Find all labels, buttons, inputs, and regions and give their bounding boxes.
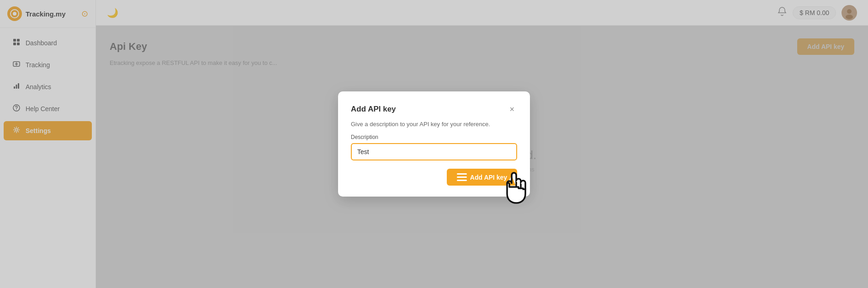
modal-submit-button[interactable]: Add API key bbox=[447, 169, 517, 186]
add-api-key-modal: Add API key × Give a description to your… bbox=[338, 91, 530, 197]
description-input[interactable] bbox=[351, 143, 517, 160]
description-label: Description bbox=[351, 134, 517, 140]
modal-header: Add API key × bbox=[351, 104, 517, 114]
modal-title: Add API key bbox=[351, 105, 396, 114]
loading-icon bbox=[457, 173, 467, 181]
modal-backdrop: Add API key × Give a description to your… bbox=[0, 0, 868, 288]
modal-close-button[interactable]: × bbox=[507, 104, 517, 114]
submit-area: Add API key bbox=[447, 169, 517, 186]
modal-description: Give a description to your API key for y… bbox=[351, 121, 517, 128]
modal-footer: Add API key bbox=[351, 169, 517, 186]
